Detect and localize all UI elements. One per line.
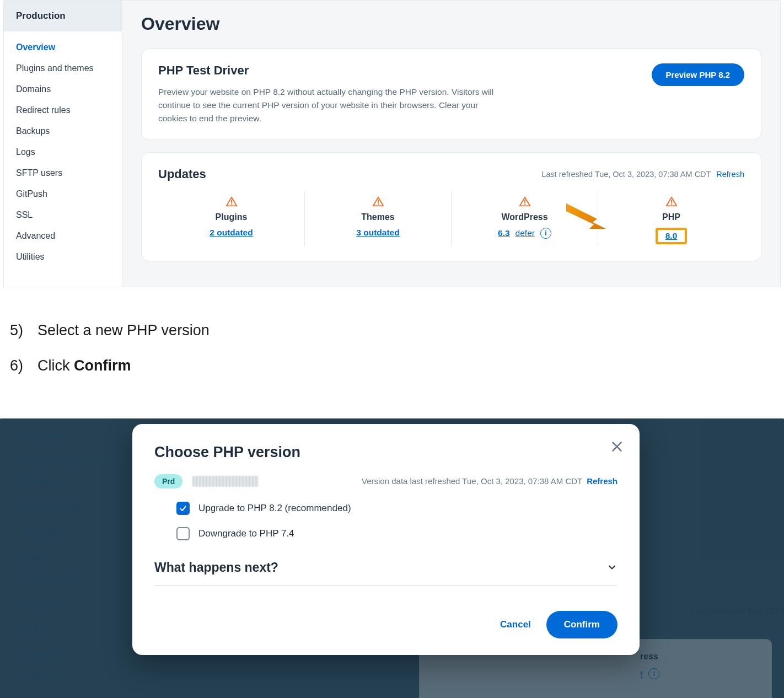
sidebar-item-utilities[interactable]: Utilities [4, 246, 122, 267]
updates-refreshed: Last refreshed Tue, Oct 3, 2023, 07:38 A… [541, 170, 744, 179]
step-number: 6) [4, 356, 23, 377]
col-title-themes: Themes [308, 212, 448, 222]
prd-badge: Prd [154, 474, 182, 488]
sidebar-item-overview[interactable]: Overview [4, 37, 122, 58]
choose-php-modal: Choose PHP version Prd Version data last… [132, 424, 640, 655]
what-happens-next-expander[interactable]: What happens next? [154, 560, 617, 586]
sidebar-nav: Overview Plugins and themes Domains Redi… [4, 31, 122, 273]
sidebar-item-plugins-themes[interactable]: Plugins and themes [4, 58, 122, 79]
modal-refresh-link[interactable]: Refresh [587, 476, 617, 486]
close-icon[interactable] [610, 439, 624, 454]
step-5: 5) Select a new PHP version [4, 320, 780, 341]
option-downgrade-php74[interactable]: Downgrade to PHP 7.4 [176, 527, 617, 540]
col-title-wordpress: WordPress [455, 212, 594, 222]
wp-version-link[interactable]: 6.3 [498, 228, 510, 238]
page-title: Overview [141, 14, 761, 34]
updates-card: Updates Last refreshed Tue, Oct 3, 2023,… [141, 152, 761, 261]
updates-title: Updates [158, 167, 206, 181]
preview-php-button[interactable]: Preview PHP 8.2 [652, 63, 744, 86]
warning-icon [372, 196, 384, 208]
svg-point-1 [230, 204, 232, 205]
themes-outdated-link[interactable]: 3 outdated [356, 228, 399, 237]
option-label: Downgrade to PHP 7.4 [198, 528, 294, 539]
wp-defer-link[interactable]: defer [515, 228, 535, 238]
svg-point-5 [524, 204, 525, 205]
option-label: Upgrade to PHP 8.2 (recommended) [198, 503, 351, 514]
php-version-link[interactable]: 8.0 [665, 231, 678, 240]
expander-title: What happens next? [154, 560, 278, 575]
confirm-button[interactable]: Confirm [546, 611, 617, 638]
chevron-down-icon [606, 562, 617, 573]
sidebar-item-advanced[interactable]: Advanced [4, 225, 122, 246]
annotation-highlight-box: 8.0 [656, 228, 688, 244]
col-title-plugins: Plugins [162, 212, 301, 222]
step-6: 6) Click Confirm [4, 356, 780, 377]
svg-point-7 [670, 204, 672, 205]
cancel-button[interactable]: Cancel [500, 619, 531, 630]
refresh-link[interactable]: Refresh [716, 170, 744, 179]
sidebar-item-ssl[interactable]: SSL [4, 205, 122, 225]
screenshot-overview: Production Overview Plugins and themes D… [0, 0, 784, 287]
updates-col-wordpress: WordPress 6.3 defer i [452, 191, 598, 246]
modal-refreshed-text: Version data last refreshed Tue, Oct 3, … [362, 476, 582, 486]
modal-title: Choose PHP version [154, 444, 617, 461]
php-driver-desc: Preview your website on PHP 8.2 without … [158, 85, 500, 125]
updates-col-plugins: Plugins 2 outdated [158, 191, 305, 246]
environment-header: Production [4, 1, 122, 31]
warning-icon [519, 196, 531, 208]
sidebar-item-logs[interactable]: Logs [4, 142, 122, 163]
modal-env-row: Prd Version data last refreshed Tue, Oct… [154, 474, 617, 488]
modal-actions: Cancel Confirm [154, 611, 617, 638]
warning-icon [665, 196, 678, 208]
sidebar-item-redirect-rules[interactable]: Redirect rules [4, 100, 122, 121]
plugins-outdated-link[interactable]: 2 outdated [210, 228, 253, 237]
main-content: Overview PHP Test Driver Preview your we… [122, 1, 780, 287]
warning-icon [225, 196, 238, 208]
svg-point-3 [377, 204, 378, 205]
updates-col-php: PHP 8.0 [598, 191, 744, 246]
sidebar-item-backups[interactable]: Backups [4, 121, 122, 142]
checkbox-unchecked-icon[interactable] [176, 527, 190, 540]
sidebar-item-gitpush[interactable]: GitPush [4, 184, 122, 205]
site-name-redacted [192, 476, 259, 487]
php-version-options: Upgrade to PHP 8.2 (recommended) Downgra… [154, 502, 617, 540]
php-driver-title: PHP Test Driver [158, 63, 500, 78]
step-number: 5) [4, 320, 23, 341]
option-upgrade-php82[interactable]: Upgrade to PHP 8.2 (recommended) [176, 502, 617, 515]
step-bold: Confirm [74, 357, 131, 374]
refreshed-text: Last refreshed Tue, Oct 3, 2023, 07:38 A… [541, 170, 711, 179]
instruction-steps: 5) Select a new PHP version 6) Click Con… [0, 287, 784, 413]
sidebar: Production Overview Plugins and themes D… [4, 1, 122, 287]
php-test-driver-card: PHP Test Driver Preview your website on … [141, 49, 761, 140]
checkbox-checked-icon[interactable] [176, 502, 190, 515]
updates-col-themes: Themes 3 outdated [305, 191, 452, 246]
step-text: Click [37, 357, 74, 374]
sidebar-item-domains[interactable]: Domains [4, 79, 122, 100]
sidebar-item-sftp-users[interactable]: SFTP users [4, 163, 122, 184]
col-title-php: PHP [602, 212, 741, 222]
screenshot-modal: Overview Plugins and themes Domains Redi… [0, 418, 784, 698]
step-text: Select a new PHP version [37, 322, 210, 339]
info-icon[interactable]: i [540, 228, 551, 239]
